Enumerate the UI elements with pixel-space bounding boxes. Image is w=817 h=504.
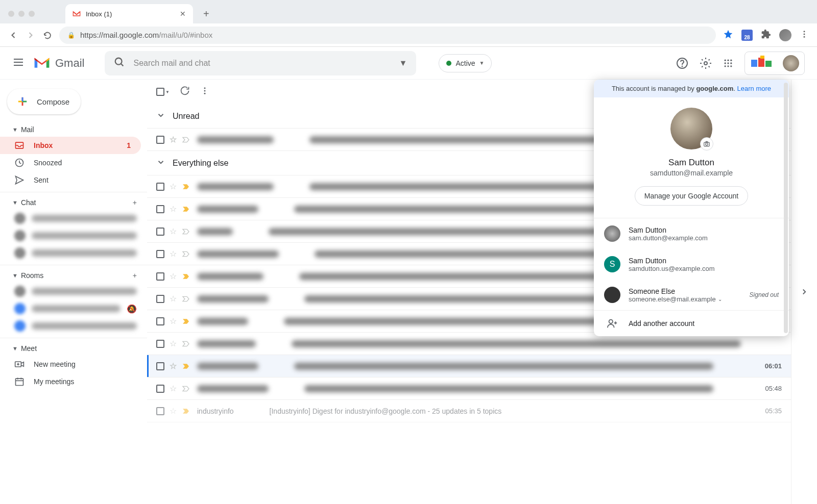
forward-button[interactable] (26, 30, 36, 40)
row-checkbox[interactable] (156, 362, 164, 370)
row-checkbox[interactable] (156, 407, 164, 415)
sidebar-section-chat[interactable]: ▼ Chat + (0, 195, 147, 210)
star-icon[interactable]: ☆ (170, 135, 177, 144)
importance-icon[interactable] (182, 317, 190, 325)
room-item[interactable] (0, 283, 147, 300)
search-options-icon[interactable]: ▼ (399, 59, 407, 68)
compose-button[interactable]: Compose (7, 89, 81, 114)
sidebar-item-my-meetings[interactable]: My meetings (0, 373, 141, 390)
search-bar[interactable]: ▼ (105, 51, 416, 75)
chevron-down-icon: ⌄ (718, 296, 722, 302)
address-bar[interactable]: 🔒 https://mail.google.com/mail/u/0/#inbo… (59, 27, 716, 44)
importance-icon[interactable] (182, 295, 190, 303)
star-icon[interactable]: ☆ (170, 294, 177, 304)
sidebar-item-sent[interactable]: Sent (0, 171, 141, 189)
row-checkbox[interactable] (156, 183, 164, 191)
sidebar-item-snoozed[interactable]: Snoozed (0, 154, 141, 171)
mail-row[interactable]: ☆industryinfo[Industryinfo] Digest for i… (147, 400, 791, 422)
sidebar-section-mail[interactable]: ▼ Mail (0, 122, 147, 137)
add-room-icon[interactable]: + (133, 271, 137, 280)
star-icon[interactable]: ☆ (170, 182, 177, 191)
importance-icon[interactable] (182, 136, 190, 144)
apps-grid-icon[interactable] (723, 58, 733, 68)
importance-icon[interactable] (182, 362, 190, 370)
star-icon[interactable]: ☆ (170, 361, 177, 371)
scrollbar[interactable] (784, 83, 788, 333)
star-icon[interactable]: ☆ (170, 249, 177, 259)
mail-row[interactable]: ☆05:48 (147, 377, 791, 400)
extensions-icon[interactable] (761, 29, 771, 41)
star-icon[interactable]: ☆ (170, 271, 177, 281)
learn-more-link[interactable]: Learn more (737, 85, 771, 92)
sidebar-section-rooms[interactable]: ▼ Rooms + (0, 268, 147, 283)
select-all-checkbox[interactable]: ▼ (156, 88, 170, 96)
menu-icon[interactable] (12, 56, 25, 70)
more-icon[interactable] (200, 86, 209, 97)
mute-icon: 🔕 (127, 304, 137, 314)
new-tab-button[interactable]: + (203, 8, 209, 20)
star-icon[interactable]: ☆ (170, 226, 177, 236)
chrome-profile-avatar[interactable] (779, 29, 791, 41)
send-icon (14, 175, 25, 185)
importance-icon[interactable] (182, 407, 190, 415)
browser-tab[interactable]: Inbox (1) ✕ (65, 4, 193, 23)
svg-point-38 (204, 90, 205, 92)
chat-item[interactable] (0, 227, 147, 244)
importance-icon[interactable] (182, 340, 190, 348)
side-panel-toggle[interactable] (791, 80, 817, 504)
importance-icon[interactable] (182, 250, 190, 258)
reload-button[interactable] (43, 31, 52, 40)
settings-icon[interactable] (700, 57, 712, 69)
row-checkbox[interactable] (156, 385, 164, 393)
sidebar-item-new-meeting[interactable]: New meeting (0, 356, 141, 373)
add-chat-icon[interactable]: + (133, 198, 137, 207)
extension-badge[interactable]: 28 (741, 30, 753, 41)
refresh-icon[interactable] (180, 86, 190, 98)
importance-icon[interactable] (182, 183, 190, 191)
video-plus-icon (14, 359, 25, 369)
account-row[interactable]: S Sam Dutton samdutton.us@example.com (594, 249, 789, 280)
room-item[interactable] (0, 317, 147, 335)
back-button[interactable] (8, 30, 18, 40)
row-checkbox[interactable] (156, 136, 164, 144)
manage-account-button[interactable]: Manage your Google Account (635, 186, 748, 206)
account-row[interactable]: Sam Dutton sam.dutton@example.com (594, 218, 789, 249)
row-checkbox[interactable] (156, 317, 164, 325)
row-checkbox[interactable] (156, 228, 164, 236)
chrome-menu-icon[interactable] (800, 30, 809, 41)
account-row[interactable]: Someone Else someone.else@mail.example ⌄… (594, 280, 789, 310)
account-avatar[interactable] (783, 55, 799, 71)
status-pill[interactable]: Active ▼ (439, 54, 492, 72)
star-icon[interactable]: ☆ (170, 339, 177, 348)
tab-close-icon[interactable]: ✕ (180, 10, 186, 18)
gmail-logo[interactable]: Gmail (34, 57, 84, 70)
row-checkbox[interactable] (156, 250, 164, 258)
add-account-button[interactable]: Add another account (594, 311, 789, 336)
camera-icon[interactable] (700, 137, 713, 150)
star-icon[interactable]: ☆ (170, 204, 177, 214)
star-icon[interactable]: ☆ (170, 406, 177, 416)
chevron-down-icon[interactable]: ▼ (165, 90, 170, 94)
row-checkbox[interactable] (156, 205, 164, 213)
org-apps-box[interactable] (744, 52, 805, 75)
caret-down-icon: ▼ (12, 199, 18, 206)
star-icon[interactable]: ☆ (170, 316, 177, 326)
importance-icon[interactable] (182, 385, 190, 393)
room-item[interactable]: 🔕 (0, 300, 147, 317)
row-checkbox[interactable] (156, 340, 164, 348)
row-checkbox[interactable] (156, 272, 164, 281)
chat-item[interactable] (0, 210, 147, 227)
bookmark-star-icon[interactable] (723, 29, 733, 41)
importance-icon[interactable] (182, 228, 190, 236)
chat-item[interactable] (0, 244, 147, 262)
importance-icon[interactable] (182, 205, 190, 213)
sidebar-section-meet[interactable]: ▼ Meet (0, 341, 147, 356)
svg-point-6 (115, 58, 122, 64)
help-icon[interactable] (676, 57, 688, 69)
star-icon[interactable]: ☆ (170, 384, 177, 393)
search-input[interactable] (133, 59, 391, 68)
mail-row[interactable]: ☆06:01 (147, 355, 791, 377)
importance-icon[interactable] (182, 272, 190, 281)
sidebar-item-inbox[interactable]: Inbox 1 (0, 137, 141, 154)
row-checkbox[interactable] (156, 295, 164, 303)
